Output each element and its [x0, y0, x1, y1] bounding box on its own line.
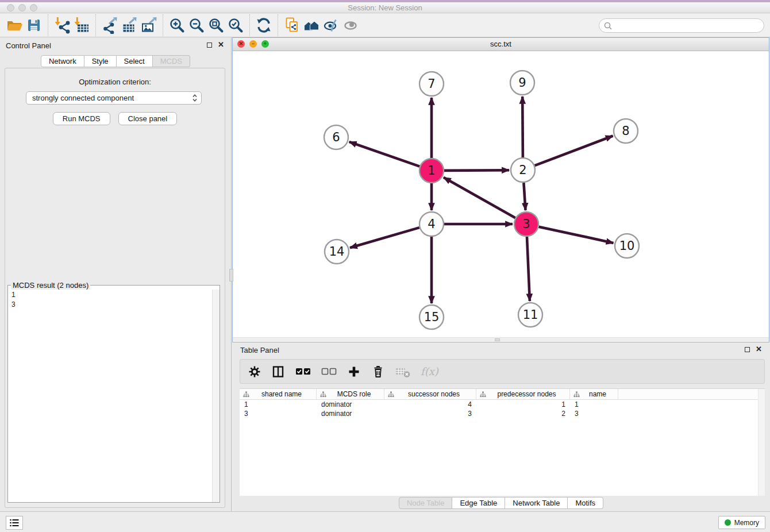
- save-session-icon[interactable]: [24, 16, 44, 35]
- import-network-icon[interactable]: [52, 16, 72, 35]
- search-input[interactable]: [599, 18, 764, 33]
- node-8[interactable]: 8: [614, 119, 638, 143]
- tab-select[interactable]: Select: [117, 55, 153, 67]
- column-header-name[interactable]: name: [570, 389, 618, 399]
- network-window-titlebar[interactable]: ✕ − + scc.txt: [233, 38, 769, 51]
- network-window: ✕ − + scc.txt 7968124314101511: [232, 37, 769, 342]
- node-14[interactable]: 14: [325, 240, 349, 264]
- node-11[interactable]: 11: [518, 303, 542, 327]
- tab-network[interactable]: Network: [41, 55, 84, 67]
- edge-3-10[interactable]: [539, 227, 614, 243]
- svg-text:11: 11: [523, 308, 538, 322]
- node-3[interactable]: 3: [514, 212, 538, 236]
- network-close-button[interactable]: ✕: [237, 40, 245, 48]
- task-history-button[interactable]: [6, 516, 23, 530]
- close-table-panel-icon[interactable]: ✕: [756, 346, 762, 353]
- node-10[interactable]: 10: [615, 234, 639, 258]
- table-toolbar: f(x): [240, 359, 765, 384]
- duplicate-network-icon[interactable]: [282, 16, 302, 35]
- result-line: 1: [11, 290, 208, 300]
- table-scrollbar[interactable]: [758, 389, 765, 496]
- import-table-icon[interactable]: [72, 16, 91, 35]
- tab-network-table[interactable]: Network Table: [505, 497, 568, 509]
- float-panel-icon[interactable]: [207, 43, 212, 48]
- node-7[interactable]: 7: [419, 72, 444, 96]
- close-panel-icon[interactable]: ✕: [218, 41, 224, 48]
- edge-2-9[interactable]: [522, 97, 523, 157]
- svg-text:9: 9: [518, 76, 526, 90]
- optimization-label: Optimization criterion:: [5, 78, 225, 86]
- tab-mcds[interactable]: MCDS: [153, 55, 190, 67]
- zoom-in-icon[interactable]: [167, 16, 187, 35]
- node-2[interactable]: 2: [511, 158, 535, 182]
- table-cell: 3: [384, 409, 476, 418]
- result-scrollbar[interactable]: [212, 290, 220, 502]
- split-view-icon[interactable]: [271, 365, 285, 379]
- optimization-select[interactable]: strongly connected component: [26, 91, 202, 105]
- export-image-icon[interactable]: [139, 16, 159, 35]
- gear-icon[interactable]: [248, 365, 261, 378]
- vertical-splitter-grip[interactable]: [229, 269, 233, 282]
- deselect-all-icon[interactable]: [321, 367, 337, 376]
- run-mcds-button[interactable]: Run MCDS: [53, 112, 110, 125]
- edge-2-8[interactable]: [535, 136, 613, 166]
- edge-2-3[interactable]: [523, 183, 525, 210]
- column-header-MCDS-role[interactable]: MCDS role: [317, 389, 384, 399]
- refresh-layout-icon[interactable]: [254, 16, 274, 35]
- home-overview-icon[interactable]: [302, 16, 321, 35]
- svg-text:10: 10: [619, 239, 635, 253]
- search-field[interactable]: [615, 21, 759, 30]
- column-header-predecessor-nodes[interactable]: predecessor nodes: [476, 389, 570, 399]
- optimization-select-value: strongly connected component: [32, 94, 192, 102]
- horizontal-splitter-grip[interactable]: [495, 338, 500, 341]
- node-15[interactable]: 15: [419, 305, 444, 329]
- horizontal-splitter[interactable]: [233, 337, 769, 341]
- column-header-shared-name[interactable]: shared name: [240, 389, 317, 399]
- network-canvas[interactable]: 7968124314101511: [233, 51, 769, 337]
- svg-text:6: 6: [332, 130, 340, 144]
- control-panel: Control Panel ✕ NetworkStyleSelectMCDS O…: [0, 37, 232, 511]
- edge-3-11[interactable]: [527, 237, 530, 301]
- table-cell: 1: [570, 400, 618, 409]
- zoom-selected-icon[interactable]: [226, 16, 245, 35]
- tab-style[interactable]: Style: [84, 55, 117, 67]
- edge-1-6[interactable]: [349, 142, 420, 167]
- list-icon: [9, 518, 20, 527]
- table-row[interactable]: 3dominator323: [240, 409, 765, 418]
- show-eye-icon[interactable]: [341, 16, 360, 35]
- zoom-out-icon[interactable]: [187, 16, 206, 35]
- network-maximize-button[interactable]: +: [261, 40, 269, 48]
- toolbar-separator: [95, 14, 96, 36]
- tab-edge-table[interactable]: Edge Table: [452, 497, 505, 509]
- table-row[interactable]: 1dominator411: [240, 400, 765, 409]
- edge-4-14[interactable]: [350, 228, 419, 248]
- node-9[interactable]: 9: [510, 71, 534, 95]
- edge-1-2[interactable]: [444, 170, 509, 171]
- hide-eye-icon[interactable]: [321, 16, 341, 35]
- float-table-panel-icon[interactable]: [745, 347, 750, 352]
- memory-button[interactable]: Memory: [718, 516, 765, 529]
- add-column-icon[interactable]: [347, 365, 361, 379]
- select-all-icon[interactable]: [295, 367, 311, 376]
- tab-motifs[interactable]: Motifs: [568, 497, 603, 509]
- mcds-result-title: MCDS result (2 nodes): [11, 281, 90, 290]
- export-table-icon[interactable]: [120, 16, 139, 35]
- delete-column-icon[interactable]: [371, 365, 385, 379]
- export-network-icon[interactable]: [100, 16, 120, 35]
- toolbar-separator: [48, 14, 48, 36]
- table-cell: 3: [240, 409, 317, 418]
- close-panel-button[interactable]: Close panel: [118, 112, 178, 125]
- node-6[interactable]: 6: [324, 125, 348, 149]
- memory-label: Memory: [734, 519, 759, 527]
- open-file-icon[interactable]: [5, 16, 24, 35]
- node-1[interactable]: 1: [419, 159, 444, 183]
- network-graph[interactable]: 7968124314101511: [233, 51, 769, 337]
- delete-table-icon[interactable]: [395, 365, 410, 379]
- node-4[interactable]: 4: [419, 212, 444, 236]
- tab-node-table[interactable]: Node Table: [399, 497, 453, 509]
- column-header-successor-nodes[interactable]: successor nodes: [384, 389, 476, 399]
- network-minimize-button[interactable]: −: [249, 40, 257, 48]
- memory-status-icon: [725, 519, 731, 526]
- zoom-fit-icon[interactable]: [206, 16, 226, 35]
- edge-3-1[interactable]: [444, 178, 515, 218]
